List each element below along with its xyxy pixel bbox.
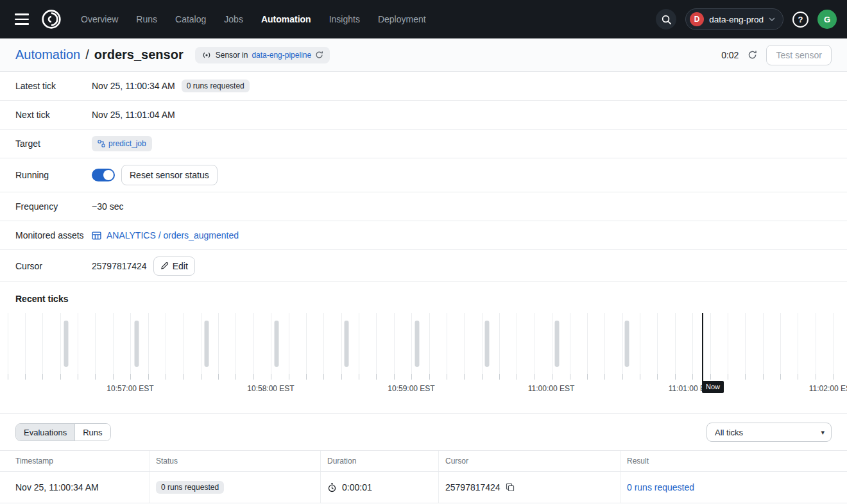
user-avatar[interactable]: G bbox=[817, 10, 837, 29]
frequency-label: Frequency bbox=[0, 201, 92, 212]
search-button[interactable] bbox=[656, 9, 676, 29]
sensor-chip-label: Sensor in bbox=[216, 51, 248, 60]
dagster-logo[interactable] bbox=[38, 6, 64, 32]
timeline-axis-tick bbox=[235, 374, 236, 380]
refresh-button[interactable] bbox=[746, 49, 758, 61]
nav-item-deployment[interactable]: Deployment bbox=[378, 14, 426, 24]
frequency-value: ~30 sec bbox=[92, 201, 123, 212]
deployment-switcher[interactable]: D data-eng-prod bbox=[685, 8, 783, 30]
timeline-gridline bbox=[675, 313, 676, 374]
tick-bar[interactable] bbox=[345, 321, 349, 367]
detail-row-latest-tick: Latest tick Nov 25, 11:00:34 AM 0 runs r… bbox=[0, 72, 847, 101]
column-header-duration: Duration bbox=[321, 451, 439, 471]
tick-bar[interactable] bbox=[135, 321, 139, 367]
timeline-axis-tick bbox=[130, 374, 131, 380]
table-header-row: Timestamp Status Duration Cursor Result bbox=[0, 451, 847, 472]
tick-bar[interactable] bbox=[204, 321, 209, 367]
timeline-axis-tick bbox=[692, 374, 693, 380]
timeline-axis-label: 10:58:00 EST bbox=[247, 384, 294, 393]
monitored-asset-link[interactable]: ANALYTICS / orders_augmented bbox=[92, 230, 239, 240]
row-timestamp: Nov 25, 11:00:34 AM bbox=[15, 482, 99, 492]
timeline-axis-label: 11:00:00 EST bbox=[528, 384, 575, 393]
dropdown-caret-icon: ▾ bbox=[821, 428, 825, 437]
timeline-axis-tick bbox=[376, 374, 377, 380]
timeline-gridline bbox=[359, 313, 359, 374]
timeline-gridline bbox=[148, 313, 149, 374]
page-header: Automation / orders_sensor Sensor in dat… bbox=[0, 38, 847, 72]
copy-cursor-button[interactable] bbox=[506, 483, 515, 492]
tick-bar[interactable] bbox=[274, 321, 278, 367]
test-sensor-button[interactable]: Test sensor bbox=[766, 45, 832, 65]
cursor-value: 25797817424 bbox=[92, 261, 147, 271]
code-location-link[interactable]: data-eng-pipeline bbox=[252, 51, 311, 60]
reset-sensor-status-button[interactable]: Reset sensor status bbox=[121, 165, 218, 185]
timeline-gridline bbox=[341, 313, 342, 374]
timeline-axis-tick bbox=[289, 374, 289, 380]
timeline-gridline bbox=[552, 313, 552, 374]
column-header-status: Status bbox=[150, 451, 321, 471]
tick-bar[interactable] bbox=[485, 321, 490, 367]
tick-bar[interactable] bbox=[555, 321, 560, 367]
target-job-chip[interactable]: predict_job bbox=[92, 136, 152, 151]
breadcrumb-automation-link[interactable]: Automation bbox=[15, 47, 80, 62]
nav-item-automation[interactable]: Automation bbox=[261, 14, 311, 24]
timeline-axis-tick bbox=[552, 374, 552, 380]
timeline-gridline bbox=[604, 313, 605, 374]
row-duration: 0:00:01 bbox=[342, 482, 372, 492]
tick-filter-value: All ticks bbox=[715, 428, 743, 437]
tab-runs[interactable]: Runs bbox=[74, 424, 110, 441]
search-icon bbox=[661, 14, 672, 25]
tab-group: Evaluations Runs bbox=[15, 423, 111, 441]
timeline-gridline bbox=[25, 313, 26, 374]
help-icon: ? bbox=[798, 15, 803, 24]
deployment-badge: D bbox=[690, 12, 704, 26]
tick-filter-dropdown[interactable]: All ticks ▾ bbox=[706, 423, 832, 442]
nav-item-overview[interactable]: Overview bbox=[81, 14, 118, 24]
tab-evaluations[interactable]: Evaluations bbox=[16, 424, 74, 441]
detail-row-target: Target predict_job bbox=[0, 130, 847, 158]
timeline-axis-tick bbox=[201, 374, 201, 380]
next-tick-label: Next tick bbox=[0, 110, 92, 120]
nav-item-catalog[interactable]: Catalog bbox=[175, 14, 206, 24]
timeline-axis-tick bbox=[447, 374, 447, 380]
column-header-timestamp: Timestamp bbox=[0, 451, 150, 471]
timeline-gridline bbox=[833, 313, 834, 374]
timeline-axis-tick bbox=[499, 374, 500, 380]
edit-cursor-button[interactable]: Edit bbox=[153, 256, 195, 276]
nav-item-insights[interactable]: Insights bbox=[329, 14, 360, 24]
timeline-gridline bbox=[499, 313, 500, 374]
stopwatch-icon bbox=[327, 483, 337, 492]
timeline-gridline bbox=[816, 313, 816, 374]
timeline-axis-tick bbox=[411, 374, 412, 380]
hamburger-menu-button[interactable] bbox=[10, 8, 33, 31]
help-button[interactable]: ? bbox=[792, 12, 809, 28]
now-badge: Now bbox=[702, 381, 724, 393]
timeline-axis-tick bbox=[306, 374, 307, 380]
tick-bar[interactable] bbox=[64, 321, 68, 367]
nav-item-jobs[interactable]: Jobs bbox=[224, 14, 243, 24]
timeline-axis-tick bbox=[622, 374, 623, 380]
tick-bar[interactable] bbox=[415, 321, 419, 367]
timeline-axis-tick bbox=[657, 374, 658, 380]
job-icon bbox=[98, 140, 105, 147]
timeline-gridline bbox=[113, 313, 114, 374]
timeline-axis-tick bbox=[394, 374, 395, 380]
timeline-gridline bbox=[798, 313, 798, 374]
tick-bar[interactable] bbox=[625, 321, 629, 367]
latest-tick-status-badge: 0 runs requested bbox=[182, 80, 250, 92]
running-toggle[interactable] bbox=[92, 169, 115, 181]
nav-item-runs[interactable]: Runs bbox=[136, 14, 157, 24]
timeline-axis-tick bbox=[587, 374, 588, 380]
timeline-axis-tick bbox=[113, 374, 114, 380]
timeline-axis-tick bbox=[148, 374, 149, 380]
row-result-link[interactable]: 0 runs requested bbox=[627, 482, 694, 492]
timeline-axis-tick bbox=[78, 374, 78, 380]
timeline-gridline bbox=[657, 313, 658, 374]
avatar-initial: G bbox=[824, 15, 830, 24]
evaluations-toolbar: Evaluations Runs All ticks ▾ bbox=[0, 413, 847, 450]
timeline-gridline bbox=[253, 313, 254, 374]
reload-code-location-icon[interactable] bbox=[315, 51, 323, 59]
timeline-gridline bbox=[323, 313, 324, 374]
timeline-gridline bbox=[728, 313, 728, 374]
row-status-badge: 0 runs requested bbox=[156, 481, 224, 494]
